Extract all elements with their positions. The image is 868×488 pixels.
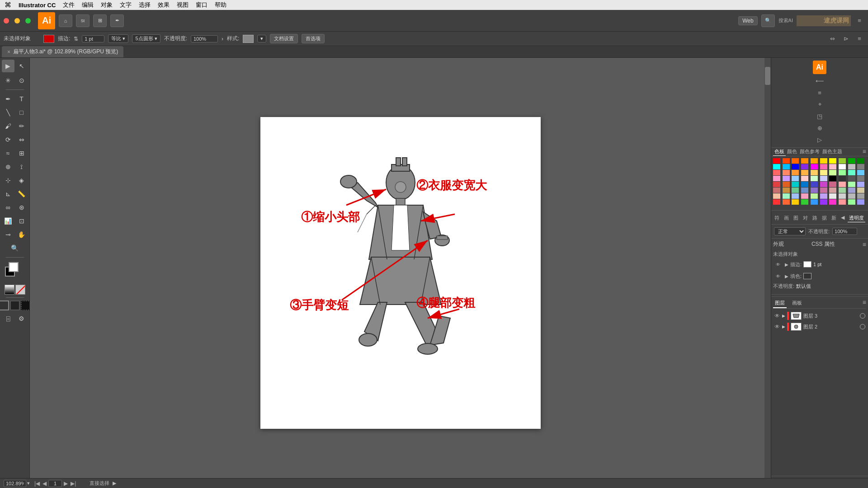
hand-tool[interactable]: ✋	[15, 228, 28, 241]
pen-tool[interactable]: ✒	[2, 93, 14, 105]
canvas-area[interactable]: ①缩小头部 ②衣服变宽大 ③手臂变短 ④腿部变粗	[30, 58, 771, 488]
ptab-path[interactable]: 路	[811, 214, 819, 222]
tab-close-btn[interactable]: ×	[7, 49, 10, 55]
zoom-tool[interactable]: 🔍	[9, 242, 21, 254]
web-dropdown[interactable]: Web	[738, 16, 757, 25]
layer-3-vis-toggle[interactable]: 👁	[774, 313, 780, 319]
color-swatch-42[interactable]	[792, 182, 799, 187]
menu-help[interactable]: 帮助	[215, 1, 226, 9]
menu-window[interactable]: 窗口	[196, 1, 208, 9]
perspective-tool[interactable]: ⟟	[15, 160, 28, 173]
blend-tool[interactable]: ∞	[2, 201, 14, 214]
fill-swatch[interactable]	[803, 273, 811, 279]
color-swatch-11[interactable]	[783, 164, 790, 169]
menu-object[interactable]: 对象	[101, 1, 113, 9]
color-swatch-9[interactable]	[857, 158, 864, 164]
color-swatch-23[interactable]	[801, 170, 808, 175]
panel-icon-6[interactable]: ▷	[815, 135, 825, 145]
screen-mode-full[interactable]	[10, 300, 20, 310]
color-swatch-68[interactable]	[848, 193, 855, 199]
ptab-collapse[interactable]: ◀	[840, 214, 846, 222]
control-panel-btn[interactable]: ⚙	[15, 312, 28, 325]
color-swatch-77[interactable]	[839, 199, 846, 205]
menu-file[interactable]: 文件	[63, 1, 75, 9]
color-swatch-34[interactable]	[811, 176, 818, 181]
eyedropper-tool[interactable]: ⊾	[2, 188, 14, 200]
ptab-new[interactable]: 新	[830, 214, 838, 222]
color-swatch-28[interactable]	[848, 170, 855, 175]
fill-visibility-icon[interactable]: 👁	[773, 271, 783, 281]
tab-color[interactable]: 颜色	[786, 148, 798, 156]
color-swatch-18[interactable]	[848, 164, 855, 169]
color-swatch-69[interactable]	[857, 193, 864, 199]
measure-tool[interactable]: 📏	[15, 188, 28, 200]
foreground-color[interactable]	[9, 262, 19, 272]
ptab-graph[interactable]: 图	[792, 214, 800, 222]
color-swatch-72[interactable]	[792, 199, 799, 205]
color-swatch-1[interactable]	[783, 158, 790, 164]
line-tool[interactable]: ╲	[2, 106, 14, 119]
shape-builder-tool[interactable]: ⊕	[2, 160, 14, 173]
color-swatch-73[interactable]	[801, 199, 808, 205]
menu-text[interactable]: 文字	[120, 1, 132, 9]
color-swatch-36[interactable]	[829, 176, 836, 181]
free-transform-tool[interactable]: ⊞	[15, 147, 28, 160]
toolbar-extra-btn[interactable]: ≡	[854, 16, 864, 26]
magic-wand-tool[interactable]: ✳	[2, 74, 14, 87]
color-swatch-30[interactable]	[773, 176, 780, 181]
color-swatch-31[interactable]	[783, 176, 790, 181]
opacity-input[interactable]	[191, 35, 218, 42]
color-swatch-60[interactable]	[773, 193, 780, 199]
color-swatch-33[interactable]	[801, 176, 808, 181]
none-swatch[interactable]	[15, 285, 25, 295]
color-swatch-54[interactable]	[811, 188, 818, 193]
search-btn[interactable]: 🔍	[761, 14, 775, 27]
opacity-arrow[interactable]: ›	[222, 36, 223, 42]
color-swatch-46[interactable]	[829, 182, 836, 187]
window-maximize[interactable]	[25, 18, 31, 23]
ptab-transparency[interactable]: 透明度	[848, 214, 865, 222]
opacity-input[interactable]	[832, 228, 857, 235]
color-swatch-44[interactable]	[811, 182, 818, 187]
color-swatch-53[interactable]	[801, 188, 808, 193]
scale-tool[interactable]: ⇔	[15, 133, 28, 146]
brush-dropdown[interactable]: 5点圆形 ▾	[132, 34, 160, 43]
color-swatch-14[interactable]	[811, 164, 818, 169]
color-swatch-0[interactable]	[773, 158, 780, 164]
line-style-dropdown[interactable]: 等比 ▾	[108, 34, 128, 43]
color-swatch-65[interactable]	[820, 193, 827, 199]
stroke-color-swatch[interactable]	[43, 35, 54, 43]
color-swatch-45[interactable]	[820, 182, 827, 187]
color-swatch-21[interactable]	[783, 170, 790, 175]
prefs-btn[interactable]: 首选项	[302, 34, 325, 43]
tab-color-theme[interactable]: 颜色主题	[821, 148, 844, 156]
ptab-data[interactable]: 据	[821, 214, 828, 222]
layer-3-expand[interactable]: ▶	[782, 314, 785, 318]
color-swatch-13[interactable]	[801, 164, 808, 169]
color-swatch-51[interactable]	[783, 188, 790, 193]
panel-menu-btn[interactable]: ≡	[863, 148, 866, 156]
color-swatch-24[interactable]	[811, 170, 818, 175]
vertical-scrollbar[interactable]	[764, 58, 771, 482]
color-swatch-79[interactable]	[857, 199, 864, 205]
color-swatch-43[interactable]	[801, 182, 808, 187]
color-swatch-38[interactable]	[848, 176, 855, 181]
color-swatch-6[interactable]	[829, 158, 836, 164]
color-swatch-10[interactable]	[773, 164, 780, 169]
layer-2-circle[interactable]	[860, 324, 865, 329]
layer-2-vis-toggle[interactable]: 👁	[774, 324, 780, 330]
color-swatch-63[interactable]	[801, 193, 808, 199]
screen-mode-normal[interactable]	[0, 300, 9, 310]
window-minimize[interactable]	[14, 18, 20, 23]
menu-icon[interactable]: ≡	[854, 34, 864, 44]
warp-tool[interactable]: ≈	[2, 147, 14, 160]
menu-effect[interactable]: 效果	[158, 1, 170, 9]
zoom-input[interactable]	[4, 480, 26, 487]
apple-menu[interactable]: ⌘	[5, 1, 11, 9]
color-swatch-59[interactable]	[857, 188, 864, 193]
color-swatch-71[interactable]	[783, 199, 790, 205]
layer-row-2[interactable]: 👁 ▶ 图层 2	[773, 321, 866, 332]
selection-tool[interactable]: ▶	[2, 60, 14, 72]
toolbar-pen-btn[interactable]: ✒	[110, 14, 124, 27]
color-swatch-8[interactable]	[848, 158, 855, 164]
